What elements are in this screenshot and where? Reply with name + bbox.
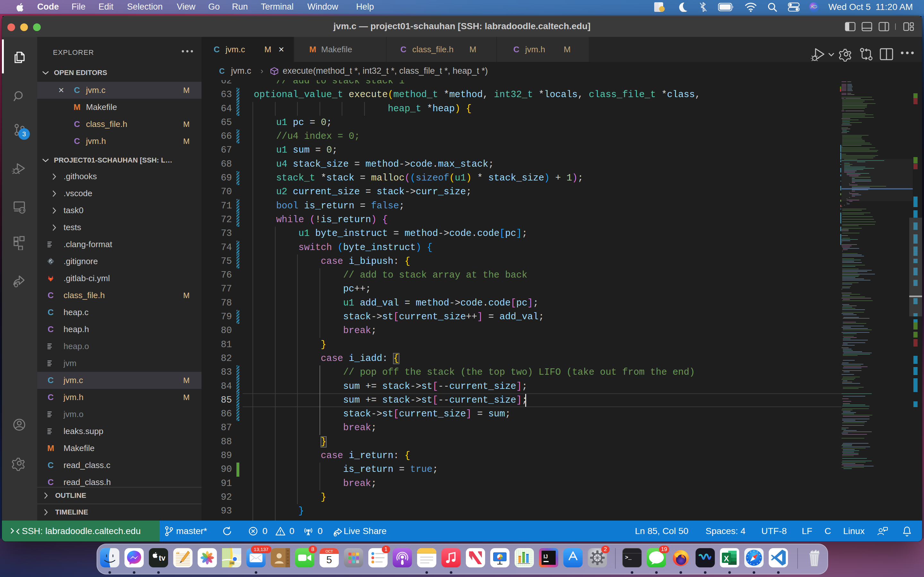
svg-text:5: 5 — [326, 554, 332, 566]
svg-text:tv: tv — [159, 554, 166, 562]
svg-text:>_: >_ — [625, 554, 632, 561]
svg-text:X: X — [724, 554, 729, 563]
svg-text:OCT: OCT — [325, 550, 333, 553]
svg-text:“: “ — [176, 550, 180, 558]
svg-text:280: 280 — [230, 562, 234, 564]
svg-text:IJ: IJ — [543, 554, 548, 559]
